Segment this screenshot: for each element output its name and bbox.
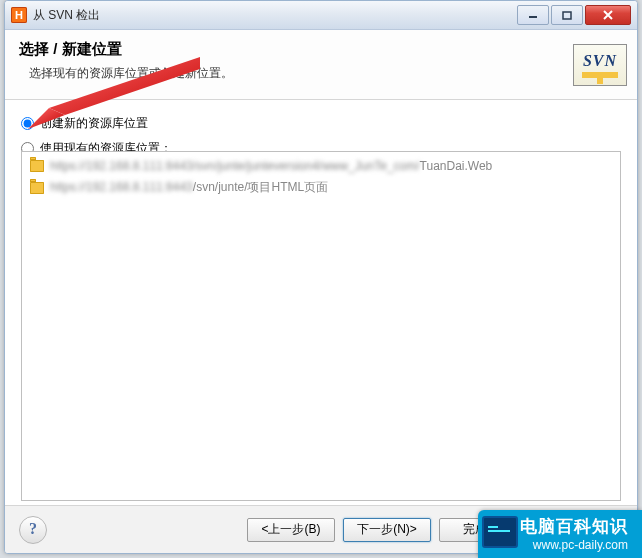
radio-create-new-label: 创建新的资源库位置	[40, 115, 148, 132]
svn-logo-text: SVN	[583, 52, 617, 70]
svn-logo: SVN	[573, 44, 627, 86]
list-item[interactable]: https://192.168.8.111:8443/svn/junte/项目H…	[28, 176, 614, 199]
close-button[interactable]	[585, 5, 631, 25]
repo-url-blurred: https://192.168.8.111:8443	[50, 180, 193, 194]
svg-rect-1	[563, 12, 571, 19]
watermark-url: www.pc-daily.com	[520, 538, 628, 554]
repo-url-clear: /svn/junte/项目HTML页面	[193, 180, 328, 194]
folder-icon	[30, 182, 44, 194]
folder-icon	[30, 160, 44, 172]
list-item[interactable]: https://192.168.8.111:8443/svn/junte/jun…	[28, 156, 614, 176]
help-button[interactable]: ?	[19, 516, 47, 544]
repo-url-clear: TuanDai.Web	[420, 159, 493, 173]
minimize-button[interactable]	[517, 5, 549, 25]
titlebar: 从 SVN 检出	[5, 1, 637, 30]
wizard-header: 选择 / 新建位置 选择现有的资源库位置或创建新位置。 SVN	[5, 30, 637, 100]
radio-create-new[interactable]: 创建新的资源库位置	[21, 115, 621, 132]
page-heading: 选择 / 新建位置	[19, 40, 623, 59]
maximize-button[interactable]	[551, 5, 583, 25]
watermark-title: 电脑百科知识	[520, 516, 628, 538]
watermark-icon	[482, 516, 518, 548]
repo-list[interactable]: https://192.168.8.111:8443/svn/junte/jun…	[21, 151, 621, 501]
watermark-overlay: 电脑百科知识 www.pc-daily.com	[478, 510, 642, 558]
app-icon	[11, 7, 27, 23]
window-title: 从 SVN 检出	[33, 7, 515, 24]
wizard-content: 创建新的资源库位置 使用现有的资源库位置： https://192.168.8.…	[5, 99, 637, 505]
next-button[interactable]: 下一步(N)>	[343, 518, 431, 542]
back-button[interactable]: <上一步(B)	[247, 518, 335, 542]
page-subtitle: 选择现有的资源库位置或创建新位置。	[29, 65, 623, 82]
repo-url-blurred: https://192.168.8.111:8443/svn/junte/jun…	[50, 159, 420, 173]
radio-create-new-input[interactable]	[21, 117, 34, 130]
